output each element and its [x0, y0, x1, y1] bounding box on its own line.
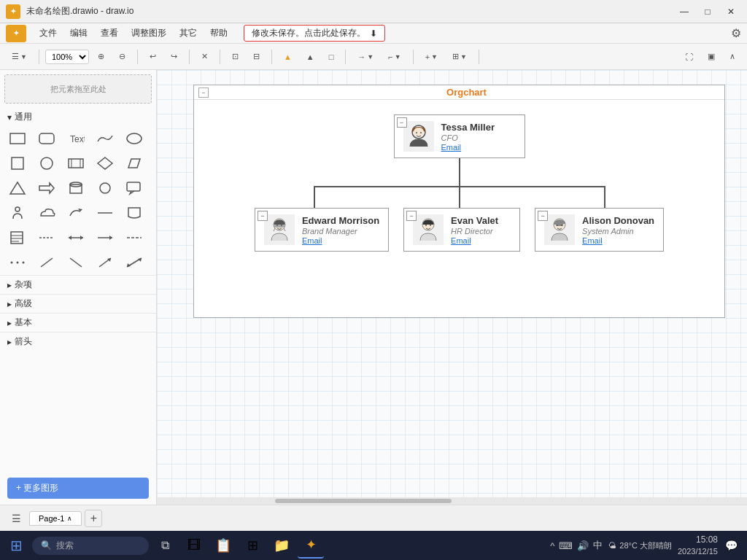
- waypoint-button[interactable]: ⌐ ▼: [382, 50, 406, 63]
- taskbar-app-drawio[interactable]: ✦: [298, 532, 324, 559]
- panel-toggle-button[interactable]: ☰ ▼: [6, 50, 33, 63]
- shape-text[interactable]: Text: [64, 129, 88, 148]
- format-button[interactable]: ▣: [702, 50, 721, 63]
- keyboard-icon[interactable]: ⌨: [559, 540, 573, 551]
- paste-style-button[interactable]: ⊟: [247, 50, 266, 63]
- shape-square[interactable]: [6, 154, 29, 173]
- save-notification[interactable]: 修改未保存。点击此处保存。 ⬇: [244, 25, 385, 42]
- canvas-scrollbar-h[interactable]: [157, 497, 747, 505]
- shape-backslash[interactable]: [64, 253, 88, 272]
- menu-view[interactable]: 查看: [95, 25, 124, 42]
- table-button[interactable]: ⊞ ▼: [446, 50, 473, 63]
- edward-collapse[interactable]: −: [258, 211, 268, 221]
- language-icon[interactable]: 中: [593, 539, 603, 552]
- menu-help[interactable]: 帮助: [204, 25, 233, 42]
- shape-diamond[interactable]: [93, 154, 117, 173]
- more-shapes-button[interactable]: + 更多图形: [7, 478, 149, 499]
- shape-circle2[interactable]: [93, 179, 117, 198]
- add-button[interactable]: + ▼: [419, 50, 444, 63]
- shape-cloud[interactable]: [35, 203, 58, 222]
- taskbar-app-notes[interactable]: 📋: [210, 532, 236, 559]
- minimize-button[interactable]: —: [674, 1, 694, 22]
- org-node-cfo[interactable]: −: [394, 114, 525, 158]
- sidebar-section-basic[interactable]: ▸ 基本: [0, 313, 156, 332]
- taskbar-search[interactable]: 🔍 搜索: [32, 537, 149, 555]
- shape-dots[interactable]: [6, 253, 29, 272]
- menu-extras[interactable]: 其它: [174, 25, 203, 42]
- org-node-edward[interactable]: −: [255, 208, 389, 252]
- add-page-button[interactable]: +: [85, 510, 102, 527]
- maximize-button[interactable]: □: [697, 1, 718, 22]
- shape-person[interactable]: [6, 203, 29, 222]
- shape-rounded-rect[interactable]: [35, 129, 58, 148]
- shape-process[interactable]: [64, 154, 88, 173]
- tray-expand-icon[interactable]: ^: [550, 540, 554, 551]
- zoom-out-button[interactable]: ⊖: [113, 50, 131, 63]
- menu-edit[interactable]: 编辑: [64, 25, 93, 42]
- fullscreen-button[interactable]: ⛶: [679, 50, 699, 63]
- sidebar-section-advanced[interactable]: ▸ 高级: [0, 294, 156, 313]
- shape-slash[interactable]: [35, 253, 58, 272]
- shape-triangle[interactable]: [6, 179, 29, 198]
- taskbar-taskview[interactable]: ⧉: [152, 532, 178, 559]
- zoom-select[interactable]: 100% 75% 150% 200%: [45, 50, 89, 64]
- zoom-in-button[interactable]: ⊕: [92, 50, 110, 63]
- fill-color-button[interactable]: ▲: [278, 50, 298, 63]
- canvas-area[interactable]: − Orgchart −: [157, 70, 747, 505]
- taskbar-clock[interactable]: 15:08 2023/12/15: [678, 534, 718, 557]
- shape-bent-arrow[interactable]: [123, 228, 146, 247]
- taskbar-app-photos[interactable]: 🎞: [181, 532, 207, 559]
- orgchart-collapse-icon[interactable]: −: [198, 88, 209, 98]
- shape-double-arrow[interactable]: [64, 228, 88, 247]
- start-button[interactable]: ⊞: [3, 532, 29, 559]
- volume-icon[interactable]: 🔊: [577, 540, 589, 551]
- menu-file[interactable]: 文件: [34, 25, 63, 42]
- alison-collapse[interactable]: −: [538, 211, 548, 221]
- shape-cylinder[interactable]: [64, 179, 88, 198]
- settings-icon[interactable]: ⚙: [731, 26, 741, 40]
- shape-note[interactable]: [6, 228, 29, 247]
- weather-widget[interactable]: 🌤 28°C 大部晴朗: [608, 540, 672, 551]
- menu-arrange[interactable]: 调整图形: [125, 25, 172, 42]
- shape-curved-arrow[interactable]: [64, 203, 88, 222]
- copy-style-button[interactable]: ⊡: [226, 50, 244, 63]
- redo-button[interactable]: ↪: [165, 50, 183, 63]
- org-node-alison[interactable]: −: [535, 208, 664, 252]
- org-node-evan[interactable]: −: [403, 208, 520, 252]
- shape-line[interactable]: [93, 203, 117, 222]
- arrow-button[interactable]: → ▼: [352, 50, 379, 63]
- evan-collapse[interactable]: −: [406, 211, 417, 221]
- shape-document[interactable]: [123, 203, 146, 222]
- edward-email[interactable]: Email: [302, 236, 379, 245]
- shape-ellipse[interactable]: [123, 129, 146, 148]
- scrollbar-thumb[interactable]: [275, 499, 452, 503]
- shape-arrow-right2[interactable]: [93, 228, 117, 247]
- undo-button[interactable]: ↩: [144, 50, 162, 63]
- page-tab-dropdown[interactable]: ∧: [67, 515, 72, 522]
- page-nav-menu[interactable]: ☰: [6, 508, 26, 529]
- sidebar-section-arrows[interactable]: ▸ 箭头: [0, 332, 156, 351]
- evan-email[interactable]: Email: [451, 236, 498, 245]
- shape-squiggle[interactable]: [93, 129, 117, 148]
- close-button[interactable]: ✕: [721, 1, 741, 22]
- delete-button[interactable]: ✕: [196, 50, 214, 63]
- sidebar-section-misc[interactable]: ▸ 杂项: [0, 275, 156, 294]
- shape-circle[interactable]: [35, 154, 58, 173]
- collapse-toolbar-button[interactable]: ∧: [724, 50, 741, 63]
- shape-rect[interactable]: [6, 129, 29, 148]
- sidebar-section-general[interactable]: ▾ 通用: [0, 108, 156, 126]
- shape-button[interactable]: □: [323, 50, 340, 63]
- cfo-email[interactable]: Email: [441, 143, 495, 152]
- taskbar-app-tasks[interactable]: ⊞: [239, 532, 266, 559]
- shape-dashed-line[interactable]: [35, 228, 58, 247]
- notification-button[interactable]: 💬: [724, 538, 738, 553]
- shape-parallelogram[interactable]: [123, 154, 146, 173]
- line-color-button[interactable]: ▲: [301, 50, 320, 63]
- alison-email[interactable]: Email: [582, 236, 654, 245]
- shape-right-arrow[interactable]: [35, 179, 58, 198]
- shape-arrow-up-right[interactable]: [93, 253, 117, 272]
- cfo-collapse[interactable]: −: [397, 117, 407, 128]
- shape-callout[interactable]: [123, 179, 146, 198]
- shape-double-ended[interactable]: [123, 253, 146, 272]
- taskbar-app-files[interactable]: 📁: [268, 532, 295, 559]
